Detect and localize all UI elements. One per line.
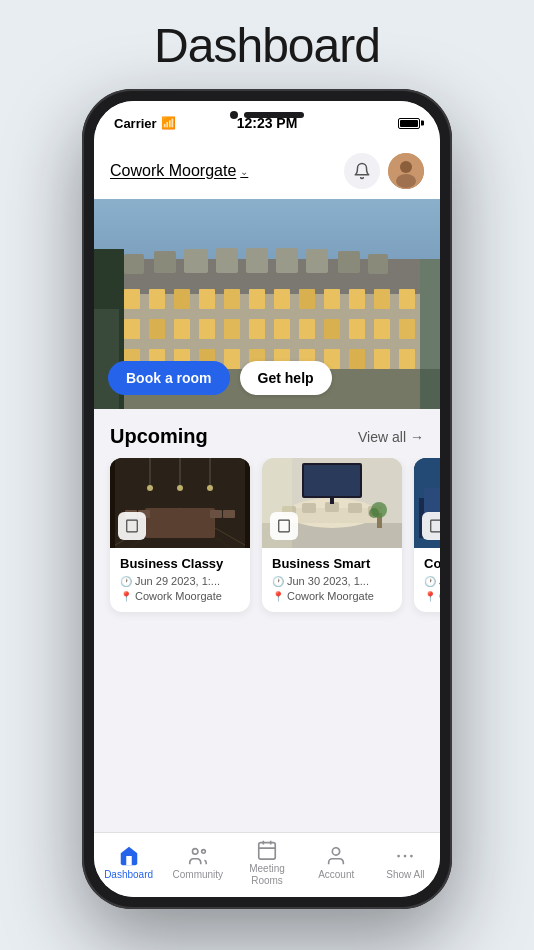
svg-rect-14 bbox=[306, 249, 328, 273]
nav-label-account: Account bbox=[318, 869, 354, 881]
svg-rect-95 bbox=[424, 488, 440, 513]
svg-rect-91 bbox=[279, 520, 290, 532]
calendar-icon bbox=[256, 839, 278, 861]
avatar-image bbox=[388, 153, 424, 189]
clock-icon: 🕐 bbox=[424, 576, 436, 587]
carrier-label: Carrier 📶 bbox=[114, 116, 176, 131]
svg-rect-9 bbox=[154, 251, 176, 273]
svg-rect-52 bbox=[399, 349, 415, 369]
card-date: 🕐 Jun 30 2023, 1... bbox=[272, 575, 392, 587]
more-icon bbox=[394, 845, 416, 867]
card-image bbox=[262, 458, 402, 548]
svg-point-98 bbox=[192, 849, 198, 855]
svg-rect-17 bbox=[124, 289, 140, 309]
svg-rect-31 bbox=[174, 319, 190, 339]
svg-rect-20 bbox=[199, 289, 215, 309]
clock-icon: 🕐 bbox=[120, 576, 132, 587]
nav-item-dashboard[interactable]: Dashboard bbox=[94, 845, 163, 881]
svg-rect-15 bbox=[338, 251, 360, 273]
status-bar: Carrier 📶 12:23 PM bbox=[94, 101, 440, 145]
card-date: 🕐 Ju... bbox=[424, 575, 440, 587]
header-icons bbox=[344, 153, 424, 189]
svg-rect-72 bbox=[110, 458, 115, 548]
svg-rect-16 bbox=[368, 254, 388, 274]
get-help-button[interactable]: Get help bbox=[240, 361, 332, 395]
phone-shell: Carrier 📶 12:23 PM Cowork Moorgate ⌄ bbox=[82, 89, 452, 909]
book-room-button[interactable]: Book a room bbox=[108, 361, 230, 395]
view-all-link[interactable]: View all → bbox=[358, 429, 424, 445]
pin-icon: 📍 bbox=[424, 591, 436, 602]
location-selector[interactable]: Cowork Moorgate ⌄ bbox=[110, 162, 248, 180]
screen: Carrier 📶 12:23 PM Cowork Moorgate ⌄ bbox=[94, 101, 440, 897]
room-card[interactable]: Cozy 🕐 Ju... 📍 C... bbox=[414, 458, 440, 612]
svg-rect-33 bbox=[224, 319, 240, 339]
clock-icon: 🕐 bbox=[272, 576, 284, 587]
svg-rect-74 bbox=[127, 520, 138, 532]
svg-rect-27 bbox=[374, 289, 390, 309]
svg-rect-65 bbox=[223, 510, 235, 518]
card-date: 🕐 Jun 29 2023, 1:... bbox=[120, 575, 240, 587]
card-image bbox=[414, 458, 440, 548]
pin-icon: 📍 bbox=[272, 591, 284, 602]
svg-point-86 bbox=[369, 508, 379, 518]
door-icon bbox=[422, 512, 440, 540]
card-name: Business Classy bbox=[120, 556, 240, 571]
nav-item-community[interactable]: Community bbox=[163, 845, 232, 881]
svg-rect-37 bbox=[324, 319, 340, 339]
svg-rect-23 bbox=[274, 289, 290, 309]
app-header: Cowork Moorgate ⌄ bbox=[94, 145, 440, 199]
battery-icon bbox=[398, 118, 420, 129]
nav-label-dashboard: Dashboard bbox=[104, 869, 153, 881]
card-info: Business Classy 🕐 Jun 29 2023, 1:... 📍 C… bbox=[110, 548, 250, 612]
svg-rect-38 bbox=[349, 319, 365, 339]
door-icon bbox=[118, 512, 146, 540]
svg-point-71 bbox=[207, 485, 213, 491]
svg-rect-61 bbox=[145, 508, 215, 538]
svg-point-107 bbox=[410, 855, 413, 858]
svg-rect-82 bbox=[348, 503, 362, 513]
card-location: 📍 Cowork Moorgate bbox=[272, 590, 392, 602]
svg-rect-51 bbox=[374, 349, 390, 369]
svg-rect-36 bbox=[299, 319, 315, 339]
svg-rect-8 bbox=[124, 254, 144, 274]
pin-icon: 📍 bbox=[120, 591, 132, 602]
room-card[interactable]: Business Classy 🕐 Jun 29 2023, 1:... 📍 C… bbox=[110, 458, 250, 612]
svg-point-106 bbox=[404, 855, 407, 858]
upcoming-section-header: Upcoming View all → bbox=[94, 409, 440, 458]
room-card[interactable]: Business Smart 🕐 Jun 30 2023, 1... 📍 Cow… bbox=[262, 458, 402, 612]
card-name: Business Smart bbox=[272, 556, 392, 571]
svg-rect-64 bbox=[210, 510, 222, 518]
svg-rect-97 bbox=[431, 520, 440, 532]
svg-point-99 bbox=[201, 850, 205, 854]
svg-point-1 bbox=[400, 161, 412, 173]
nav-item-show-all[interactable]: Show All bbox=[371, 845, 440, 881]
svg-rect-50 bbox=[349, 349, 365, 369]
card-location: 📍 C... bbox=[424, 590, 440, 602]
svg-rect-25 bbox=[324, 289, 340, 309]
svg-rect-18 bbox=[149, 289, 165, 309]
door-icon bbox=[270, 512, 298, 540]
card-info: Cozy 🕐 Ju... 📍 C... bbox=[414, 548, 440, 612]
svg-rect-10 bbox=[184, 249, 208, 273]
nav-label-meeting-rooms: MeetingRooms bbox=[249, 863, 285, 887]
svg-rect-19 bbox=[174, 289, 190, 309]
hero-buttons: Book a room Get help bbox=[108, 361, 332, 395]
svg-rect-24 bbox=[299, 289, 315, 309]
chevron-down-icon: ⌄ bbox=[240, 166, 248, 177]
svg-rect-73 bbox=[245, 458, 250, 548]
svg-rect-30 bbox=[149, 319, 165, 339]
nav-item-account[interactable]: Account bbox=[302, 845, 371, 881]
svg-rect-100 bbox=[259, 843, 276, 860]
notification-bell-button[interactable] bbox=[344, 153, 380, 189]
svg-rect-13 bbox=[276, 248, 298, 273]
hero-image: Book a room Get help bbox=[94, 199, 440, 409]
svg-point-104 bbox=[333, 848, 340, 855]
avatar[interactable] bbox=[388, 153, 424, 189]
battery-fill bbox=[400, 120, 418, 127]
upcoming-cards-row: Business Classy 🕐 Jun 29 2023, 1:... 📍 C… bbox=[94, 458, 440, 628]
svg-rect-11 bbox=[216, 248, 238, 273]
svg-rect-89 bbox=[330, 498, 334, 504]
home-icon bbox=[118, 845, 140, 867]
card-name: Cozy bbox=[424, 556, 440, 571]
nav-item-meeting-rooms[interactable]: MeetingRooms bbox=[232, 839, 301, 887]
